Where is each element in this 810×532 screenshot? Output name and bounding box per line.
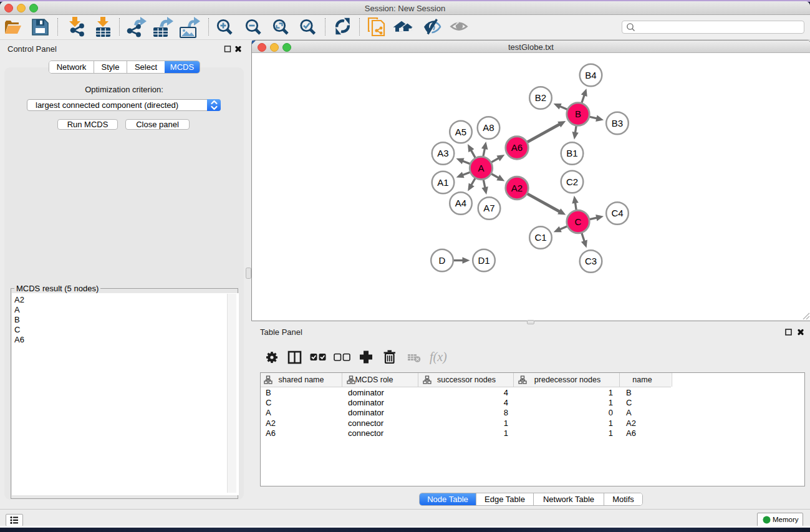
- svg-text:A5: A5: [455, 127, 466, 137]
- svg-text:A2: A2: [511, 183, 523, 193]
- svg-text:A: A: [478, 163, 484, 173]
- svg-text:A8: A8: [483, 122, 494, 133]
- svg-text:C: C: [575, 216, 582, 227]
- svg-text:D: D: [439, 255, 446, 266]
- svg-text:D1: D1: [478, 255, 489, 266]
- svg-text:B1: B1: [566, 148, 577, 158]
- svg-text:B: B: [575, 109, 581, 119]
- svg-text:B3: B3: [612, 118, 623, 128]
- svg-text:C1: C1: [534, 232, 546, 243]
- svg-text:A3: A3: [437, 148, 448, 158]
- svg-text:C2: C2: [566, 177, 578, 187]
- svg-text:A6: A6: [511, 142, 523, 153]
- svg-text:A4: A4: [455, 198, 466, 208]
- svg-text:f(x): f(x): [430, 350, 447, 364]
- svg-text:C3: C3: [585, 256, 597, 266]
- svg-text:B2: B2: [535, 92, 546, 103]
- svg-text:A7: A7: [483, 203, 494, 213]
- svg-text:B4: B4: [585, 70, 596, 80]
- svg-text:C4: C4: [611, 208, 623, 218]
- svg-text:A1: A1: [437, 177, 448, 188]
